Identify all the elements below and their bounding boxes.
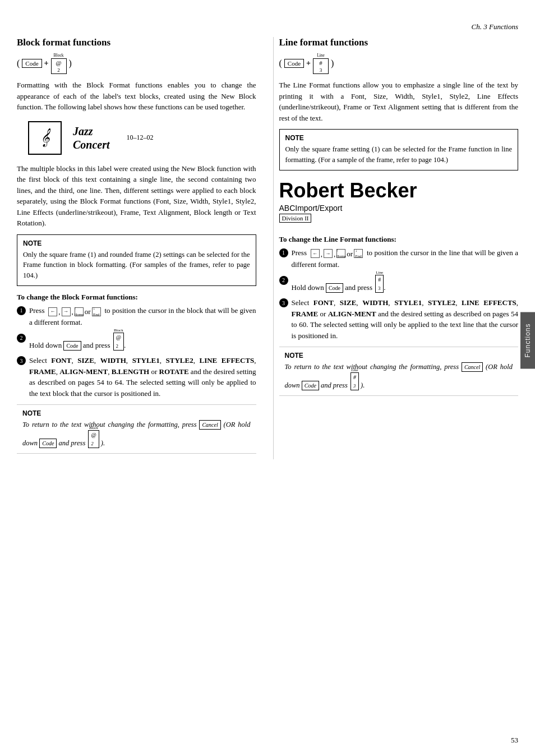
demo-date: 10–12–02 — [127, 133, 154, 142]
cancel-key-left: Cancel — [199, 420, 220, 430]
left-note2-title: NOTE — [22, 409, 251, 417]
left-arrow: ← — [48, 307, 57, 316]
down-end: ↓End — [92, 307, 101, 316]
left-note1-text: Only the square frame (1) and rounded fr… — [23, 250, 250, 281]
block-label: Block — [54, 53, 64, 58]
page: Ch. 3 Functions Block format functions (… — [0, 0, 535, 756]
block-key-inline: @2 — [113, 333, 124, 351]
two-column-layout: Block format functions ( Code + Block @2… — [17, 37, 518, 459]
right-step-3: 3 Select FONT, SIZE, WIDTH, STYLE1, STYL… — [279, 297, 519, 341]
right-section-title: To change the Line Format functions: — [279, 235, 519, 244]
right-step-1: 1 Press ←, →, ↑Home or ↓End to position … — [279, 247, 519, 270]
close-paren-left: ) — [69, 58, 72, 68]
right-step1-content: Press ←, →, ↑Home or ↓End to position th… — [292, 247, 519, 270]
code-key-right-step2: Code — [326, 283, 343, 293]
left-step-3: 3 Select FONT, SIZE, WIDTH, STYLE1, STYL… — [17, 355, 256, 399]
line-key: #3 — [313, 58, 329, 74]
left-title: Block format functions — [17, 37, 256, 48]
step3-num: 3 — [17, 356, 26, 365]
right-key-combo: ( Code + Line #3 ) — [279, 53, 519, 74]
close-paren-right: ) — [331, 58, 334, 68]
right-step3-content: Select FONT, SIZE, WIDTH, STYLE1, STYLE2… — [292, 297, 519, 341]
r-right-arrow: → — [324, 249, 333, 258]
open-paren-right: ( — [279, 58, 282, 68]
cancel-key-right: Cancel — [462, 362, 483, 372]
functions-tab: Functions — [520, 312, 535, 368]
step1-content: Press ←, →, ↑Home or ↓End to position th… — [29, 305, 256, 328]
right-note2-text: To return to the text without changing t… — [285, 362, 513, 391]
right-step1-num: 1 — [279, 248, 288, 257]
right-note1: NOTE Only the square frame setting (1) c… — [279, 129, 519, 170]
open-paren-left: ( — [17, 58, 20, 68]
left-note1-title: NOTE — [23, 239, 250, 247]
right-arrow: → — [62, 307, 71, 316]
chapter-title: Ch. 3 Functions — [472, 22, 518, 31]
code-key-left: Code — [22, 59, 41, 68]
right-note1-text: Only the square frame setting (1) can be… — [285, 144, 513, 165]
left-steps: 1 Press ←, →, ↑Home or ↓End to position … — [17, 305, 256, 399]
left-note1: NOTE Only the square frame (1) and round… — [17, 234, 256, 286]
left-step-1: 1 Press ←, →, ↑Home or ↓End to position … — [17, 305, 256, 328]
left-para2: The multiple blocks in this label were c… — [17, 163, 256, 229]
left-note2-text: To return to the text without changing t… — [22, 420, 251, 449]
jazz-text: Jazz — [73, 125, 110, 138]
right-title: Line format functions — [279, 37, 519, 48]
right-note1-title: NOTE — [285, 134, 513, 142]
label-demo: 𝄞 Jazz Concert 10–12–02 — [28, 121, 256, 155]
label-icon: 𝄞 — [28, 121, 62, 155]
right-step3-num: 3 — [279, 298, 288, 307]
right-step2-content: Hold down Code and press Line #3 . — [292, 275, 519, 293]
code-key-step2: Code — [63, 341, 81, 351]
cursor-keys-right1: ←, →, ↑Home or ↓End — [311, 248, 363, 260]
block-key-note2-inner: @2 — [88, 430, 99, 448]
left-note2: NOTE To return to the text without chang… — [17, 404, 256, 454]
step3-content: Select FONT, SIZE, WIDTH, STYLE1, STYLE2… — [29, 355, 256, 399]
block-key-note2: Block @2 — [88, 430, 99, 449]
code-key-note2-left: Code — [39, 439, 57, 448]
cursor-keys-left1: ←, →, ↑Home or ↓End — [48, 306, 100, 317]
r-down-end: ↓End — [354, 249, 363, 258]
plus-right: + — [306, 59, 311, 68]
plus-left: + — [44, 59, 49, 68]
robert-becker-heading: Robert Becker — [279, 179, 519, 202]
right-note2: NOTE To return to the text without chang… — [279, 347, 519, 396]
right-steps: 1 Press ←, →, ↑Home or ↓End to position … — [279, 247, 519, 342]
concert-text: Concert — [73, 138, 110, 151]
up-home: ↑Home — [75, 307, 84, 316]
left-intro: Formatting with the Block Format functio… — [17, 80, 256, 113]
block-key-wrap: Block @2 — [51, 58, 67, 74]
code-key-right: Code — [284, 59, 304, 68]
line-label: Line — [317, 53, 325, 58]
r-left-arrow: ← — [311, 249, 320, 258]
step2-content: Hold down Code and press Block @2 . — [29, 333, 256, 351]
right-step2-num: 2 — [279, 276, 288, 285]
right-column: Line format functions ( Code + Line #3 )… — [273, 37, 519, 459]
step1-num: 1 — [17, 306, 26, 315]
label-text-block: Jazz Concert — [73, 125, 110, 151]
step2-num: 2 — [17, 334, 26, 343]
right-intro: The Line Format functions allow you to e… — [279, 80, 519, 123]
r-up-home: ↑Home — [336, 249, 345, 258]
chapter-header: Ch. 3 Functions — [17, 22, 518, 31]
block-key: @2 — [51, 58, 67, 74]
abc-import-text: ABCImport/Export — [279, 204, 519, 213]
left-column: Block format functions ( Code + Block @2… — [17, 37, 262, 459]
left-key-combo: ( Code + Block @2 ) — [17, 53, 256, 74]
left-section-title: To change the Block Format functions: — [17, 293, 256, 302]
block-key-step2: Block @2 — [113, 333, 124, 351]
line-key-note2-inner: #3 — [350, 372, 359, 390]
right-step-2: 2 Hold down Code and press Line #3 . — [279, 275, 519, 293]
line-key-wrap: Line #3 — [313, 58, 329, 74]
code-key-note2-right: Code — [302, 381, 319, 390]
line-key-step2: Line #3 — [375, 275, 384, 293]
page-number: 53 — [511, 736, 518, 745]
left-step-2: 2 Hold down Code and press Block @2 . — [17, 333, 256, 351]
line-key-inline: #3 — [375, 275, 384, 293]
right-note2-title: NOTE — [285, 352, 513, 359]
line-key-note2: Line #3 — [350, 372, 359, 391]
division-box: Division II — [279, 214, 312, 223]
